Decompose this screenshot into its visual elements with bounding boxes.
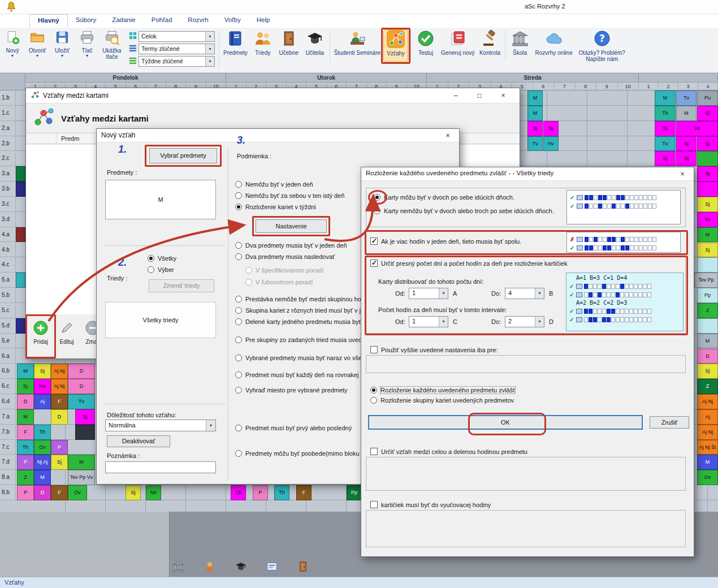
lesson-checkbox[interactable] <box>370 501 378 508</box>
timetable-card[interactable]: D <box>17 394 34 409</box>
chevron-down-icon[interactable]: ▾ <box>36 54 38 58</box>
timetable-card[interactable]: F <box>17 425 34 440</box>
timetable-card[interactable]: M <box>17 364 34 379</box>
timetable-card[interactable]: Z <box>697 303 718 318</box>
row-label[interactable]: 6.b <box>0 364 16 379</box>
teachers-icon[interactable] <box>235 560 247 574</box>
consecutive-radio-row[interactable]: Karty môžu byť v dvoch po sebe idúcich d… <box>374 194 514 201</box>
dialog3-titlebar[interactable]: Rozloženie každého uvedeného predmetu zv… <box>361 167 694 181</box>
whole-split-checkbox[interactable] <box>370 448 378 455</box>
timetable-card[interactable]: F <box>51 485 68 500</box>
timetable-card[interactable]: M <box>697 227 718 243</box>
menu-tab-pohad[interactable]: Pohľad <box>144 14 180 28</box>
timetable-card[interactable]: Aj Nj <box>51 364 68 379</box>
row-label[interactable]: 7.c <box>0 440 16 455</box>
timetable-card[interactable]: Sj <box>51 455 68 470</box>
whole-split-checkbox-row[interactable]: Určiť vzťah medzi celou a delenou hodino… <box>370 448 527 455</box>
timetable-card[interactable]: D <box>34 485 51 500</box>
minimize-icon[interactable]: – <box>444 88 468 103</box>
row-label[interactable]: 5.c <box>0 303 16 318</box>
condition-radio[interactable] <box>245 267 252 274</box>
zmenit-triedy-button[interactable]: Zmeniť triedy <box>149 279 214 292</box>
chevron-down-icon[interactable]: ▾ <box>205 32 214 41</box>
each-subject-radio-row[interactable]: Rozloženie každého uvedeného predmetu zv… <box>370 387 515 394</box>
timetable-card[interactable]: Ov <box>34 440 51 455</box>
timetable-card[interactable]: Sj <box>697 197 718 212</box>
chevron-down-icon[interactable]: ▾ <box>61 54 63 58</box>
condition-radio[interactable] <box>235 425 242 431</box>
chevron-down-icon[interactable]: ▾ <box>86 54 88 58</box>
row-label[interactable]: 2.b <box>0 136 16 152</box>
row-label[interactable]: 3.b <box>0 181 16 197</box>
close-icon[interactable]: × <box>436 129 459 142</box>
condition-radio[interactable] <box>235 318 242 325</box>
pridaj-button[interactable]: Pridaj <box>28 317 53 356</box>
subject-item[interactable]: M <box>158 196 163 203</box>
row-label[interactable]: 3.c <box>0 197 16 212</box>
row-label[interactable]: 2.a <box>0 121 16 136</box>
condition-radio[interactable] <box>235 450 242 457</box>
uitelia-button[interactable]: Učitelia <box>302 29 327 62</box>
timetable-card[interactable]: Sj <box>527 121 543 136</box>
row-label[interactable]: 5.e <box>0 334 16 349</box>
row-label[interactable]: 6.d <box>0 394 16 409</box>
not-consecutive-radio[interactable] <box>374 207 380 214</box>
nov-button[interactable]: Nový▾ <box>1 29 24 60</box>
apply-only-checkbox[interactable] <box>370 346 378 353</box>
timetable-card[interactable]: Sj <box>543 121 559 136</box>
row-label[interactable]: 4.b <box>0 243 16 258</box>
note-input[interactable] <box>105 461 216 473</box>
timetable-card[interactable]: M <box>34 470 51 485</box>
timetable-card[interactable] <box>16 273 25 288</box>
timetable-card[interactable]: M <box>17 409 34 425</box>
row-label[interactable]: 4.a <box>0 227 16 243</box>
timetable-card[interactable] <box>697 318 718 334</box>
timetable-card[interactable]: Nj Aj <box>34 455 51 470</box>
timetable-card[interactable]: Sj <box>676 151 697 166</box>
dialog2-titlebar[interactable]: Nový vzťah × <box>97 129 459 142</box>
not-consecutive-radio-row[interactable]: Karty nemôžu byť v dvoch alebo troch po … <box>374 207 554 214</box>
ok-button[interactable]: OK <box>368 415 643 430</box>
timetable-card[interactable]: Sj <box>697 136 718 152</box>
timetable-card[interactable]: F <box>51 394 68 409</box>
classrooms-icon[interactable] <box>297 560 309 574</box>
condition-radio[interactable] <box>235 181 242 188</box>
condition-radio[interactable] <box>235 371 242 378</box>
timetable-card[interactable] <box>697 181 718 197</box>
tla-button[interactable]: Tlač▾ <box>75 29 99 60</box>
row-label[interactable]: 2.c <box>0 151 16 166</box>
list-header-cell[interactable] <box>26 133 57 144</box>
menu-tab-zadanie[interactable]: Zadanie <box>104 14 144 28</box>
vsetky-radio[interactable] <box>148 255 154 262</box>
timetable-card[interactable]: Sj <box>34 364 51 379</box>
row-label[interactable]: 3.a <box>0 166 16 181</box>
condition-radio[interactable] <box>235 307 242 314</box>
chevron-down-icon[interactable]: ▾ <box>11 54 14 58</box>
timetable-card[interactable]: Tv <box>68 394 95 409</box>
vzahy-button[interactable]: Vzťahy <box>383 29 408 62</box>
timetable-card[interactable]: Tev Pp Vv <box>68 470 95 485</box>
row-label[interactable]: 6.a <box>0 349 16 364</box>
uloi-button[interactable]: Uložiť▾ <box>50 29 74 60</box>
app-bell-icon[interactable] <box>3 1 20 14</box>
timetable-card[interactable]: Th <box>17 440 34 455</box>
timetable-card[interactable]: Pu <box>697 90 718 106</box>
timetable-card[interactable]: Vv <box>676 121 718 136</box>
timetable-card[interactable]: Hv <box>34 379 51 394</box>
tudenti-button[interactable]: Študenti Semináre <box>332 29 382 62</box>
row-label[interactable]: 8.a <box>0 470 16 485</box>
row-label[interactable]: 8.b <box>0 485 16 500</box>
otzky-button[interactable]: ?Otázky? Problém? Napíšte nám <box>576 29 629 62</box>
vyber-radio[interactable] <box>148 266 154 273</box>
row-label[interactable]: 7.a <box>0 409 16 425</box>
timetable-card[interactable]: Th <box>655 106 676 121</box>
kontrola-button[interactable]: Kontrola <box>478 29 503 62</box>
lesson-checkbox-row[interactable]: kartičiek musí byť do vyučovacej hodiny <box>370 501 491 508</box>
timetable-card[interactable]: Sj <box>697 106 718 121</box>
timetable-card[interactable]: Ch <box>231 485 246 500</box>
zrusit-button[interactable]: Zrušiť <box>650 416 689 429</box>
close-icon[interactable]: × <box>491 88 515 103</box>
row-label[interactable]: 7.b <box>0 425 16 440</box>
timetable-card[interactable]: Vv <box>697 212 718 227</box>
timetable-card[interactable]: Aj Nj <box>697 394 718 409</box>
